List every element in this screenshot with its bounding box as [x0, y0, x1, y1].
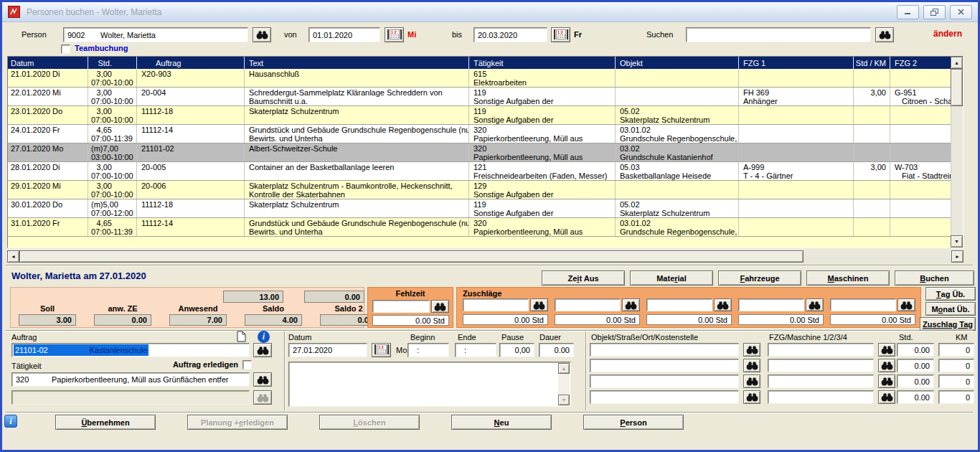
objekt-input[interactable]: [590, 390, 739, 404]
textarea-scrollbar[interactable]: ▲ ▼: [558, 363, 570, 405]
table-row[interactable]: 31.01.2020 Fr 4,6507:00-11:39 11112-14 G…: [8, 218, 951, 237]
std-input[interactable]: 0.00: [897, 375, 934, 388]
bemerkung-textarea[interactable]: ▲ ▼: [288, 362, 571, 407]
fehlzeit-input[interactable]: [372, 300, 430, 313]
km-input[interactable]: 0: [938, 375, 974, 388]
column-header-fzg1[interactable]: FZG 1: [739, 57, 854, 69]
objekt-search-button[interactable]: [743, 343, 760, 357]
zuschlag-search-button[interactable]: [806, 298, 824, 311]
vertical-scroll-thumb[interactable]: [951, 69, 963, 106]
std-input[interactable]: 0.00: [897, 390, 934, 404]
fehlzeit-search-button[interactable]: [431, 300, 449, 313]
table-row[interactable]: 24.01.2020 Fr 4,6507:00-11:39 11112-14 G…: [8, 125, 951, 143]
taetigkeit-input[interactable]: 320 Papierkorbentleerung, Müll aus Grünf…: [11, 372, 250, 387]
fzg-input[interactable]: [768, 343, 874, 357]
neu-button[interactable]: Neu: [451, 415, 552, 430]
objekt-search-button[interactable]: [743, 359, 760, 372]
pause-input[interactable]: 0,00: [499, 343, 534, 357]
help-icon[interactable]: i: [4, 415, 17, 428]
monat-ueb-button[interactable]: Monat Üb.: [925, 302, 976, 316]
table-row[interactable]: 28.01.2020 Di 3,0007:00-10:00 20-005 Con…: [8, 162, 951, 181]
suchen-search-button[interactable]: [875, 27, 894, 42]
von-date-input[interactable]: 01.01.2020: [308, 27, 380, 42]
scroll-up-icon[interactable]: ▲: [558, 363, 570, 374]
column-header-text[interactable]: Text: [245, 57, 469, 69]
planung-erledigen-button[interactable]: Planung + erledigen: [187, 415, 288, 430]
info-icon[interactable]: i: [258, 331, 270, 343]
table-row[interactable]: 23.01.2020 Do 3,0007:00-10:00 11112-18 S…: [8, 106, 951, 125]
column-header-objekt[interactable]: Objekt: [616, 57, 739, 69]
zuschlag-input[interactable]: [738, 298, 804, 311]
fzg-search-button[interactable]: [878, 375, 895, 388]
fzg-search-button[interactable]: [878, 390, 895, 404]
column-header-fzg2[interactable]: FZG 2: [890, 57, 951, 69]
scroll-right-icon[interactable]: ►: [951, 250, 963, 263]
column-header-taetigkeit[interactable]: Tätigkeit: [469, 57, 616, 69]
person-search-button[interactable]: [253, 27, 271, 42]
column-header-std[interactable]: Std.: [88, 57, 137, 69]
person-button[interactable]: Person: [583, 415, 684, 430]
zuschlag-input[interactable]: [646, 298, 712, 311]
von-calendar-button[interactable]: 1 2: [385, 27, 404, 42]
bis-date-input[interactable]: 20.03.2020: [473, 27, 547, 42]
fzg-input[interactable]: [768, 375, 874, 388]
horizontal-scrollbar[interactable]: ◄ ►: [7, 250, 963, 263]
new-document-icon[interactable]: [237, 331, 246, 342]
zuschlag-search-button[interactable]: [714, 298, 732, 311]
fahrzeuge-button[interactable]: Fahrzeuge: [718, 270, 801, 286]
tag-ueb-button[interactable]: Tag Üb.: [925, 287, 976, 301]
vertical-scrollbar[interactable]: ▲ ▼: [951, 57, 963, 248]
zuschlag-input[interactable]: [463, 298, 529, 311]
uebernehmen-button[interactable]: Übernehmen: [55, 415, 156, 430]
scroll-up-icon[interactable]: ▲: [951, 57, 963, 69]
zuschlag-input[interactable]: [830, 298, 896, 311]
dauer-input[interactable]: 0.00: [539, 343, 574, 357]
table-row[interactable]: 21.01.2020 Di 3,0007:00-10:00 X20-903 Ha…: [8, 69, 951, 88]
fzg-input[interactable]: [768, 390, 874, 404]
std-input[interactable]: 0.00: [897, 343, 934, 357]
column-header-datum[interactable]: Datum: [8, 57, 88, 69]
objekt-search-button[interactable]: [743, 390, 760, 404]
beginn-input[interactable]: :: [407, 343, 449, 357]
restore-button[interactable]: [923, 5, 946, 19]
table-row[interactable]: 22.01.2020 Mi 3,0007:00-10:00 20-004 Sch…: [8, 88, 951, 106]
column-header-stdkm[interactable]: Std / KM: [854, 57, 890, 69]
km-input[interactable]: 0: [938, 343, 974, 357]
aendern-link[interactable]: ändern: [933, 29, 962, 39]
person-input[interactable]: 9002 Wolter, Marietta: [63, 27, 248, 42]
zuschlag-input[interactable]: [555, 298, 621, 311]
datum-calendar-button[interactable]: 1 2: [372, 343, 391, 357]
zuschlag-search-button[interactable]: [530, 298, 548, 311]
close-button[interactable]: [950, 5, 972, 19]
scroll-down-icon[interactable]: ▼: [951, 235, 963, 248]
material-button[interactable]: Material: [630, 270, 713, 286]
objekt-input[interactable]: [590, 343, 739, 357]
bis-calendar-button[interactable]: 1 2: [551, 27, 570, 42]
horizontal-scroll-thumb[interactable]: [19, 250, 804, 263]
fzg-search-button[interactable]: [878, 359, 895, 372]
std-input[interactable]: 0.00: [897, 359, 934, 372]
auftrag-erledigen-checkbox[interactable]: [242, 360, 252, 369]
loeschen-button[interactable]: Löschen: [319, 415, 420, 430]
ende-input[interactable]: :: [455, 343, 496, 357]
km-input[interactable]: 0: [938, 359, 974, 372]
table-row[interactable]: 30.01.2020 Do (m)5,0007:00-12:00 11112-1…: [8, 199, 951, 218]
suchen-input[interactable]: [686, 27, 871, 42]
objekt-search-button[interactable]: [743, 375, 760, 388]
datum-input[interactable]: 27.01.2020: [288, 343, 367, 357]
buchen-button[interactable]: Buchen: [895, 270, 974, 286]
scroll-down-icon[interactable]: ▼: [558, 395, 570, 405]
teambuchung-checkbox[interactable]: [61, 44, 70, 54]
zuschlag-search-button[interactable]: [897, 298, 915, 311]
auftrag-search-button[interactable]: [253, 343, 272, 357]
zuschlag-tag-button[interactable]: Zuschlag Tag: [920, 317, 976, 331]
table-row[interactable]: 29.01.2020 Mi 3,0007:00-10:00 20-006 Ska…: [8, 181, 951, 199]
km-input[interactable]: 0: [938, 390, 974, 404]
fzg-search-button[interactable]: [878, 343, 895, 357]
minimize-button[interactable]: [897, 5, 919, 19]
taetigkeit-search-button[interactable]: [253, 372, 272, 387]
objekt-input[interactable]: [590, 359, 739, 372]
zeit-aus-button[interactable]: Zeit Aus: [542, 270, 625, 286]
auftrag-input[interactable]: 21101-02Kastanienschule: [11, 343, 250, 357]
maschinen-button[interactable]: Maschinen: [806, 270, 890, 286]
